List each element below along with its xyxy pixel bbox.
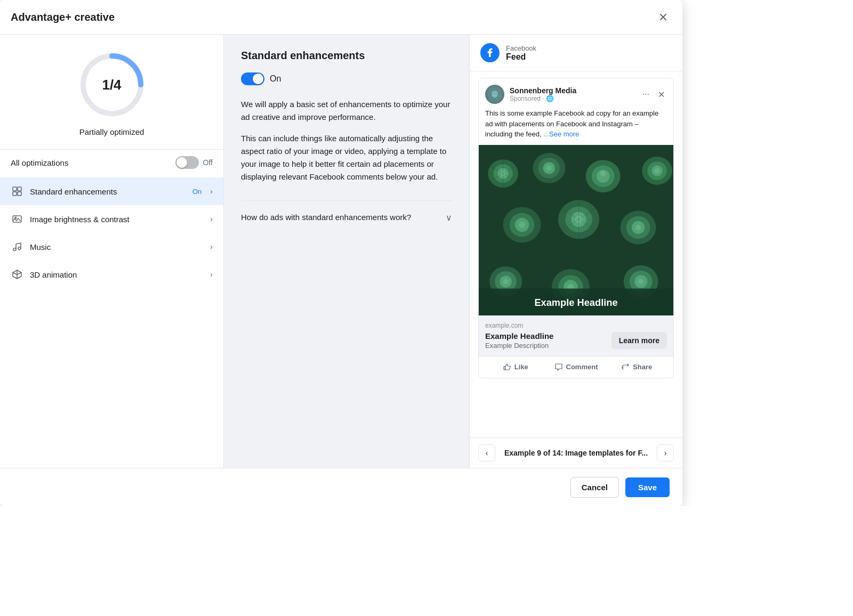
nav-item-3d-label: 3D animation	[30, 270, 204, 279]
comment-icon	[554, 363, 563, 371]
standard-enhancements-toggle[interactable]	[241, 72, 264, 85]
ad-actions: ··· ✕	[640, 87, 667, 102]
svg-rect-67	[504, 366, 505, 370]
ad-bottom-row: Example Headline Example Description Lea…	[485, 331, 667, 350]
chevron-right-icon-2: ›	[210, 215, 213, 223]
nav-item-music-label: Music	[30, 242, 204, 252]
progress-donut: 1/4	[75, 47, 149, 122]
see-more-link[interactable]: ...See more	[543, 130, 579, 138]
svg-rect-4	[13, 192, 17, 196]
advertiser-avatar	[485, 85, 504, 104]
nav-item-brightness[interactable]: Image brightness & contrast ›	[0, 205, 223, 233]
like-button[interactable]: Like	[485, 359, 546, 376]
ad-bottom-description: Example Description	[485, 342, 553, 350]
modal-title: Advantage+ creative	[11, 11, 115, 23]
svg-point-28	[655, 168, 660, 173]
ad-reactions: Like Comment	[479, 356, 673, 378]
right-panel: Facebook Feed	[469, 35, 682, 468]
svg-rect-6	[13, 216, 21, 222]
close-icon	[658, 12, 669, 22]
ad-bottom-info: Example Headline Example Description	[485, 331, 553, 350]
all-optimizations-label: All optimizations	[11, 158, 68, 167]
faq-section: How do ads with standard enhancements wo…	[241, 200, 452, 224]
svg-point-40	[635, 224, 641, 230]
all-optimizations-row: All optimizations Off	[0, 149, 223, 175]
nav-item-brightness-label: Image brightness & contrast	[30, 215, 204, 224]
share-icon	[621, 363, 630, 371]
ad-bottom: example.com Example Headline Example Des…	[479, 315, 673, 356]
donut-label: 1/4	[102, 77, 121, 93]
donut-container: 1/4 Partially optimized	[0, 47, 223, 145]
faq-row[interactable]: How do ads with standard enhancements wo…	[241, 212, 452, 224]
modal-header: Advantage+ creative	[0, 0, 682, 35]
faq-question: How do ads with standard enhancements wo…	[241, 212, 411, 224]
toggle-off-row: Off	[175, 156, 213, 169]
placement-name: Feed	[506, 52, 536, 62]
advertiser-name: Sonnenberg Media	[510, 86, 635, 95]
pagination-bar: ‹ Example 9 of 14: Image templates for F…	[470, 437, 682, 468]
ad-close-button[interactable]: ✕	[656, 87, 667, 102]
modal-container: Advantage+ creative 1/4 Parti	[0, 0, 682, 506]
share-button[interactable]: Share	[606, 359, 667, 376]
preview-platform-info: Facebook Feed	[506, 44, 536, 62]
3d-icon	[11, 268, 23, 281]
svg-text:Example Headline: Example Headline	[534, 296, 617, 307]
pagination-prev-button[interactable]: ‹	[478, 444, 495, 461]
pagination-label: Example 9 of 14: Image templates for F..…	[500, 449, 653, 457]
chevron-right-icon-4: ›	[210, 270, 213, 279]
svg-rect-2	[13, 187, 17, 191]
comment-button[interactable]: Comment	[546, 359, 607, 376]
svg-point-9	[18, 247, 21, 250]
nav-item-music[interactable]: Music ›	[0, 233, 223, 261]
succulent-svg: Example Headline	[479, 145, 673, 315]
left-panel: 1/4 Partially optimized All optimization…	[0, 35, 224, 468]
grid-icon	[11, 185, 23, 198]
svg-rect-3	[18, 187, 21, 191]
ad-url: example.com	[485, 322, 667, 329]
svg-point-7	[15, 217, 17, 219]
ad-more-button[interactable]: ···	[640, 87, 651, 101]
svg-point-24	[600, 171, 606, 176]
sponsored-text: Sponsored · 🌐	[510, 95, 554, 102]
learn-more-button[interactable]: Learn more	[611, 332, 667, 349]
description-2: This can include things like automatical…	[241, 132, 452, 183]
chevron-right-icon-3: ›	[210, 242, 213, 251]
all-optimizations-toggle[interactable]	[175, 156, 199, 169]
nav-items: Standard enhancements On › Image brightn…	[0, 177, 223, 288]
save-button[interactable]: Save	[625, 477, 670, 497]
ad-inner: Sonnenberg Media Sponsored · 🌐 ··· ✕ Thi	[478, 78, 674, 378]
close-button[interactable]	[655, 9, 672, 26]
svg-point-20	[546, 165, 552, 171]
middle-panel: Standard enhancements On We will apply a…	[224, 35, 469, 468]
description-1: We will apply a basic set of enhancement…	[241, 98, 452, 124]
svg-point-44	[503, 279, 509, 284]
modal-body: 1/4 Partially optimized All optimization…	[0, 35, 682, 468]
svg-point-32	[519, 221, 525, 228]
svg-point-8	[13, 248, 16, 251]
ad-bottom-headline: Example Headline	[485, 331, 553, 341]
chevron-right-icon: ›	[210, 187, 213, 196]
ad-card: Sonnenberg Media Sponsored · 🌐 ··· ✕ Thi	[470, 71, 682, 437]
nav-item-standard-label: Standard enhancements	[30, 187, 186, 196]
nav-item-standard-badge: On	[192, 188, 202, 196]
nav-item-3d[interactable]: 3D animation ›	[0, 261, 223, 288]
platform-name: Facebook	[506, 44, 536, 52]
toggle-on-row: On	[241, 72, 452, 85]
nav-item-standard[interactable]: Standard enhancements On ›	[0, 177, 223, 205]
enhancement-title: Standard enhancements	[241, 50, 452, 62]
svg-point-52	[638, 279, 643, 284]
sponsored-label: Sponsored · 🌐	[510, 95, 635, 102]
off-label: Off	[203, 158, 213, 167]
svg-point-11	[493, 92, 497, 96]
toggle-on-label: On	[270, 74, 281, 84]
svg-rect-5	[18, 192, 21, 196]
music-icon	[11, 240, 23, 253]
optimization-status: Partially optimized	[79, 127, 144, 136]
preview-header: Facebook Feed	[470, 35, 682, 71]
ad-image: Example Headline	[479, 145, 673, 315]
ad-top-bar: Sonnenberg Media Sponsored · 🌐 ··· ✕	[479, 78, 673, 108]
image-icon	[11, 213, 23, 225]
cancel-button[interactable]: Cancel	[570, 477, 619, 498]
ad-body-text: This is some example Facebook ad copy fo…	[479, 108, 673, 145]
pagination-next-button[interactable]: ›	[657, 444, 674, 461]
